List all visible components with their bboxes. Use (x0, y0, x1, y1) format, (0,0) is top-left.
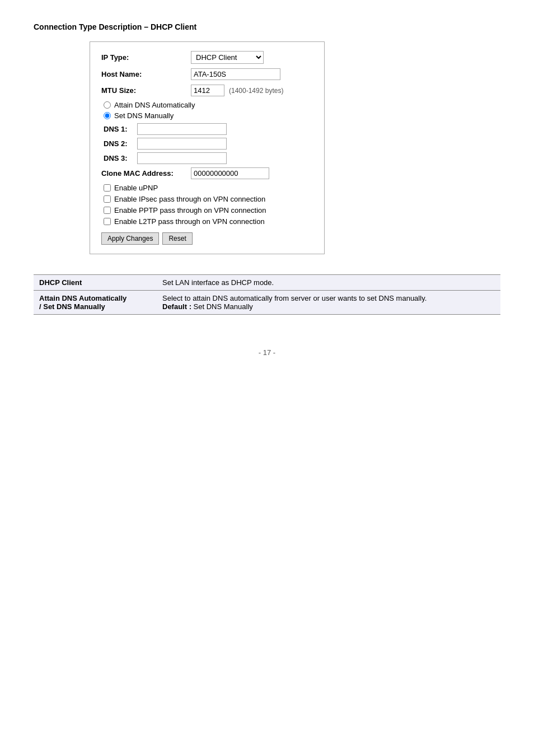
mtu-label: MTU Size: (101, 86, 191, 95)
mtu-control: (1400-1492 bytes) (191, 85, 313, 96)
mtu-input[interactable] (191, 85, 224, 96)
desc-def-dns: Select to attain DNS automatically from … (157, 291, 500, 315)
ip-type-select[interactable]: DHCP ClientStatic IPPPPoEPPTPL2TP (191, 51, 264, 64)
radio-set-label: Set DNS Manually (114, 111, 174, 120)
page-footer: - 17 - (34, 348, 500, 357)
desc-term-dhcp: DHCP Client (34, 275, 157, 291)
ipsec-checkbox[interactable] (104, 195, 111, 203)
description-table: DHCP Client Set LAN interface as DHCP mo… (34, 274, 500, 315)
dns-radio-group: Attain DNS Automatically Set DNS Manuall… (101, 101, 313, 120)
desc-row-dhcp: DHCP Client Set LAN interface as DHCP mo… (34, 275, 500, 291)
ip-type-label: IP Type: (101, 53, 191, 62)
mtu-hint: (1400-1492 bytes) (229, 87, 283, 95)
host-name-label: Host Name: (101, 70, 191, 78)
desc-term-dns: Attain DNS Automatically / Set DNS Manua… (34, 291, 157, 315)
desc-def-dhcp: Set LAN interface as DHCP mode. (157, 275, 500, 291)
dns2-label: DNS 2: (104, 139, 137, 148)
l2tp-checkbox[interactable] (104, 218, 111, 225)
button-row: Apply Changes Reset (101, 232, 313, 245)
mtu-row: MTU Size: (1400-1492 bytes) (101, 85, 313, 96)
pptp-label: Enable PPTP pass through on VPN connecti… (114, 206, 266, 214)
desc-def-dns-default-label: Default : Set DNS Manually (162, 302, 253, 311)
dns1-label: DNS 1: (104, 125, 137, 133)
mac-row: Clone MAC Address: (101, 167, 313, 179)
reset-button[interactable]: Reset (162, 232, 192, 245)
dns-section: DNS 1: DNS 2: DNS 3: (101, 123, 313, 164)
radio-attain-row: Attain DNS Automatically (104, 101, 313, 109)
pptp-checkbox[interactable] (104, 207, 111, 214)
host-name-control (191, 68, 313, 80)
desc-term-attain: Attain DNS Automatically (39, 294, 127, 302)
host-name-row: Host Name: (101, 68, 313, 80)
ip-type-row: IP Type: DHCP ClientStatic IPPPPoEPPTPL2… (101, 51, 313, 64)
mac-input[interactable] (191, 167, 269, 179)
apply-button[interactable]: Apply Changes (101, 232, 159, 245)
l2tp-row: Enable L2TP pass through on VPN connecti… (101, 217, 313, 226)
radio-set[interactable] (104, 112, 111, 119)
radio-set-row: Set DNS Manually (104, 111, 313, 120)
ip-type-control: DHCP ClientStatic IPPPPoEPPTPL2TP (191, 51, 313, 64)
dns3-label: DNS 3: (104, 154, 137, 162)
upnp-label: Enable uPNP (114, 184, 158, 192)
dns1-input[interactable] (137, 123, 227, 135)
form-panel: IP Type: DHCP ClientStatic IPPPPoEPPTPL2… (90, 41, 325, 254)
dns2-row: DNS 2: (101, 138, 313, 150)
l2tp-label: Enable L2TP pass through on VPN connecti… (114, 217, 265, 226)
upnp-row: Enable uPNP (101, 184, 313, 192)
mac-label: Clone MAC Address: (101, 169, 191, 178)
radio-attain[interactable] (104, 101, 111, 109)
ipsec-label: Enable IPsec pass through on VPN connect… (114, 195, 265, 203)
host-name-input[interactable] (191, 68, 280, 80)
desc-def-dns-text1: Select to attain DNS automatically from … (162, 294, 427, 302)
upnp-checkbox[interactable] (104, 184, 111, 192)
desc-term-set: / Set DNS Manually (39, 302, 105, 311)
dns3-row: DNS 3: (101, 152, 313, 164)
desc-row-dns: Attain DNS Automatically / Set DNS Manua… (34, 291, 500, 315)
dns3-input[interactable] (137, 152, 227, 164)
page-title: Connection Type Description – DHCP Clien… (34, 22, 500, 31)
dns1-row: DNS 1: (101, 123, 313, 135)
ipsec-row: Enable IPsec pass through on VPN connect… (101, 195, 313, 203)
radio-attain-label: Attain DNS Automatically (114, 101, 195, 109)
pptp-row: Enable PPTP pass through on VPN connecti… (101, 206, 313, 214)
dns2-input[interactable] (137, 138, 227, 150)
